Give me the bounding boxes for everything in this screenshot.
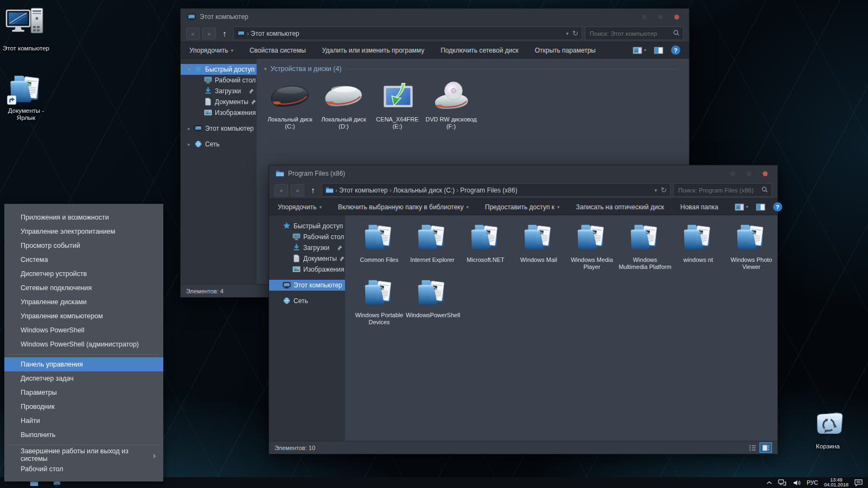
help-button[interactable]: ? (671, 46, 680, 55)
forward-button[interactable]: » (202, 28, 216, 40)
toolbar-button[interactable]: Упорядочить ▾ (278, 203, 322, 211)
menu-item[interactable]: Приложения и возможности › (4, 210, 163, 224)
up-button[interactable]: ↑ (219, 28, 231, 40)
expander-icon[interactable]: ▾ (186, 67, 192, 72)
sidebar-item[interactable]: Сеть (269, 296, 345, 306)
menu-item[interactable]: Выполнить › (4, 428, 163, 442)
back-button[interactable]: « (275, 184, 288, 196)
menu-item[interactable]: Рабочий стол › (4, 462, 163, 476)
search-icon[interactable] (761, 185, 768, 195)
breadcrumb-label[interactable]: Program Files (x86) (460, 187, 517, 194)
address-dropdown-icon[interactable]: ▾ (566, 31, 569, 36)
change-view-button[interactable]: ▾ (633, 47, 646, 54)
search-input[interactable] (677, 187, 759, 194)
drive-item[interactable]: Локальный диск (C:) (263, 80, 317, 130)
close-button[interactable] (763, 171, 768, 176)
help-button[interactable]: ? (773, 202, 782, 211)
search-icon[interactable] (673, 29, 680, 38)
menu-item[interactable]: Сетевые подключения › (4, 281, 163, 295)
menu-item[interactable]: Windows PowerShell › (4, 323, 163, 337)
expander-icon[interactable]: ▸ (186, 142, 192, 147)
toolbar-button[interactable]: Свойства системы ▾ (250, 47, 306, 54)
menu-item[interactable]: Проводник › (4, 400, 163, 414)
folder-item[interactable]: Windows Multimedia Platform (618, 221, 672, 271)
menu-item[interactable]: Управление компьютером › (4, 309, 163, 323)
action-center-icon[interactable] (854, 479, 863, 486)
menu-item[interactable]: Windows PowerShell (администратор) › (4, 337, 163, 351)
sidebar-item[interactable]: Документы (181, 97, 257, 107)
taskbar-clock[interactable]: 13:49 04.01.2018 (824, 478, 848, 488)
sidebar-item[interactable]: Загрузки (181, 86, 257, 97)
volume-icon[interactable] (793, 480, 801, 486)
toolbar-button[interactable]: Новая папка ▾ (680, 203, 718, 211)
show-hidden-icons-chevron[interactable] (767, 481, 772, 484)
menu-item[interactable]: Управление электропитанием › (4, 224, 163, 239)
folder-item[interactable]: Internet Explorer (406, 221, 459, 271)
menu-item[interactable]: Найти › (4, 414, 163, 428)
change-view-button[interactable]: ▾ (735, 203, 748, 211)
window-titlebar[interactable]: Этот компьютер (181, 9, 689, 25)
sidebar-item[interactable]: Рабочий стол (181, 75, 257, 86)
toolbar-button[interactable]: Записать на оптический диск ▾ (576, 203, 665, 211)
folder-item[interactable]: Windows Media Player (565, 221, 618, 271)
toolbar-button[interactable]: Удалить или изменить программу ▾ (322, 47, 425, 54)
toolbar-button[interactable]: Упорядочить ▾ (189, 47, 233, 54)
window-titlebar[interactable]: Program Files (x86) (269, 165, 777, 182)
menu-item[interactable]: Диспетчер задач › (4, 371, 163, 386)
breadcrumb-label[interactable]: Этот компьютер (339, 187, 388, 194)
sidebar-item[interactable]: Изображения (269, 264, 345, 275)
drive-item[interactable]: DVD RW дисковод (F:) (424, 80, 478, 130)
folder-item[interactable]: WindowsPowerShell (406, 276, 459, 326)
sidebar-item[interactable]: Документы (269, 253, 345, 264)
menu-item[interactable]: Система › (4, 253, 163, 267)
drive-item[interactable]: Локальный диск (D:) (317, 80, 371, 130)
sidebar-item[interactable]: Изображения (181, 107, 257, 118)
menu-item[interactable]: Просмотр событий › (4, 239, 163, 253)
network-icon[interactable] (778, 479, 787, 486)
toolbar-button[interactable]: Открыть параметры ▾ (535, 47, 596, 54)
up-button[interactable]: ↑ (307, 184, 319, 196)
search-box[interactable] (585, 27, 684, 40)
details-view-button[interactable] (746, 442, 758, 453)
menu-item[interactable]: Завершение работы или выход из системы › (4, 448, 163, 462)
address-bar[interactable]: › Этот компьютер › Локальный диск (C:) ›… (322, 183, 671, 197)
breadcrumb-item[interactable]: › Этот компьютер (335, 187, 388, 194)
maximize-button[interactable] (746, 171, 751, 176)
folder-item[interactable]: Microsoft.NET (459, 221, 512, 271)
drive-item[interactable]: CENA_X64FRE (E:) (371, 80, 424, 130)
toolbar-button[interactable]: Предоставить доступ к ▾ (485, 203, 560, 211)
expander-icon[interactable]: ▸ (186, 126, 192, 131)
desktop-icon-documents-shortcut[interactable]: Документы - Ярлык (0, 72, 52, 121)
desktop-icon-this-pc[interactable]: Этот компьютер (0, 7, 52, 52)
breadcrumb-label[interactable]: Локальный диск (C:) (393, 187, 455, 194)
group-header[interactable]: ▾ Устройства и диски (4) (264, 65, 681, 73)
address-dropdown-icon[interactable]: ▾ (655, 188, 658, 193)
sidebar-item[interactable]: ▸ Сеть (181, 139, 257, 150)
sidebar-item[interactable]: ▸ Этот компьютер (181, 123, 257, 134)
preview-pane-button[interactable] (654, 47, 663, 54)
icons-view-button[interactable] (760, 442, 772, 453)
menu-item[interactable]: Диспетчер устройств › (4, 267, 163, 281)
folder-item[interactable]: Common Files (353, 221, 406, 271)
refresh-icon[interactable]: ↻ (661, 186, 667, 194)
breadcrumb-item[interactable]: › Локальный диск (C:) (390, 187, 455, 194)
menu-item[interactable]: Управление дисками › (4, 295, 163, 309)
forward-button[interactable]: » (291, 184, 304, 196)
search-box[interactable] (673, 183, 772, 197)
menu-item[interactable]: Параметры › (4, 386, 163, 400)
minimize-button[interactable] (730, 171, 735, 176)
toolbar-button[interactable]: Включить выбранную папку в библиотеку ▾ (338, 203, 469, 211)
sidebar-item[interactable]: Этот компьютер (269, 280, 345, 291)
folder-item[interactable]: Windows Mail (512, 221, 565, 271)
sidebar-item[interactable]: ▾ Быстрый доступ (181, 64, 257, 75)
sidebar-item[interactable]: Рабочий стол (269, 232, 345, 242)
desktop-icon-recycle-bin[interactable]: Корзина (802, 408, 854, 450)
breadcrumb-item[interactable]: › Program Files (x86) (456, 187, 517, 194)
folder-item[interactable]: Windows Portable Devices (353, 276, 406, 326)
address-bar[interactable]: › Этот компьютер ▾ ↻ (233, 27, 582, 40)
refresh-icon[interactable]: ↻ (572, 29, 578, 37)
close-button[interactable] (674, 15, 679, 20)
sidebar-item[interactable]: Загрузки (269, 242, 345, 253)
sidebar-item[interactable]: Быстрый доступ (269, 221, 345, 232)
folder-item[interactable]: Windows Photo Viewer (725, 221, 777, 271)
